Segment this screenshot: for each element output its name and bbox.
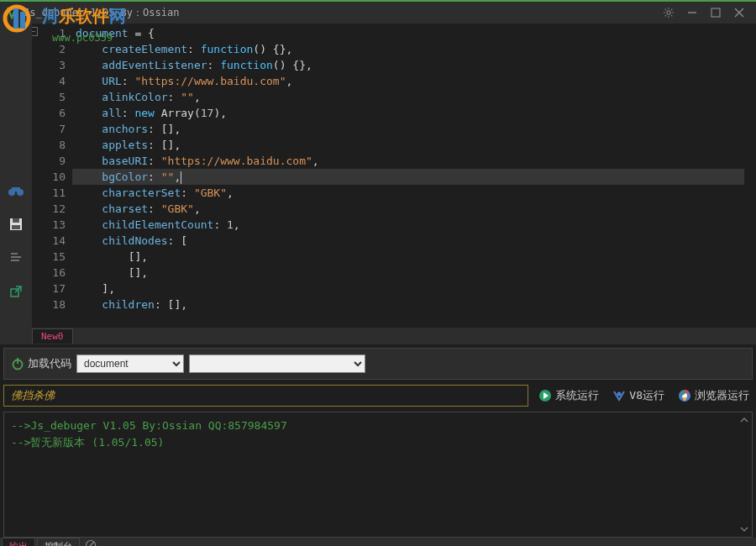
- console-tab[interactable]: 控制台: [37, 538, 80, 547]
- browser-run-button[interactable]: 浏览器运行: [675, 388, 753, 403]
- maximize-icon: [710, 7, 722, 18]
- load-code-button[interactable]: 加载代码: [11, 356, 71, 371]
- svg-rect-10: [12, 187, 20, 192]
- minimize-button[interactable]: [680, 3, 704, 23]
- chrome-icon: [678, 389, 691, 402]
- svg-line-25: [87, 542, 94, 547]
- external-button[interactable]: [5, 282, 27, 301]
- line-gutter: 1−23456789101112131415161718: [32, 24, 72, 328]
- chevron-down-icon: [740, 526, 748, 533]
- app-logo-icon: [5, 6, 18, 19]
- scroll-up-button[interactable]: [738, 414, 750, 426]
- settings-button[interactable]: [657, 3, 680, 23]
- v8-run-button[interactable]: V8运行: [609, 388, 668, 403]
- output-tab[interactable]: 输出: [2, 538, 35, 547]
- console-line: -->暂无新版本 (1.05/1.05): [11, 434, 745, 451]
- save-button[interactable]: [5, 215, 27, 234]
- gear-icon: [663, 7, 675, 18]
- binoculars-icon: [8, 184, 24, 197]
- editor-tabbar: New0: [0, 328, 756, 344]
- object-select[interactable]: document: [76, 354, 184, 373]
- titlebar: Js_debuger 1.05 By：Ossian: [0, 0, 756, 24]
- load-code-label: 加载代码: [28, 356, 71, 371]
- save-icon: [9, 218, 23, 231]
- console-line: -->Js_debuger V1.05 By:Ossian QQ:8579845…: [11, 417, 745, 434]
- svg-rect-12: [13, 218, 19, 223]
- code-area[interactable]: document = { createElement: function() {…: [72, 24, 756, 328]
- toolbar: 加载代码 document: [3, 348, 753, 380]
- sidebar: [0, 24, 32, 328]
- code-editor[interactable]: 1−23456789101112131415161718 document = …: [32, 24, 756, 328]
- close-button[interactable]: [727, 3, 751, 23]
- clear-button[interactable]: [85, 539, 97, 547]
- svg-point-21: [617, 392, 622, 396]
- svg-point-3: [667, 11, 670, 14]
- editor-tab[interactable]: New0: [32, 328, 73, 344]
- svg-rect-13: [12, 225, 20, 229]
- play-circle-icon: [538, 389, 552, 402]
- secondary-select[interactable]: [189, 354, 365, 373]
- svg-rect-5: [711, 8, 720, 17]
- maximize-button[interactable]: [704, 3, 727, 23]
- list-button[interactable]: [5, 249, 27, 267]
- external-link-icon: [9, 285, 23, 298]
- search-run-bar: 系统运行 V8运行 浏览器运行: [3, 383, 753, 408]
- expression-input[interactable]: [3, 385, 528, 407]
- scroll-down-button[interactable]: [738, 523, 750, 535]
- minimize-icon: [686, 7, 698, 18]
- chevron-up-icon: [740, 417, 748, 423]
- window-title: Js_debuger 1.05 By：Ossian: [24, 6, 657, 20]
- list-icon: [9, 252, 23, 264]
- system-run-button[interactable]: 系统运行: [535, 388, 602, 403]
- power-icon: [11, 357, 24, 370]
- binoculars-button[interactable]: [5, 181, 27, 200]
- close-icon: [733, 7, 745, 18]
- clear-icon: [85, 539, 97, 547]
- v8-icon: [612, 389, 626, 402]
- console-output[interactable]: -->Js_debuger V1.05 By:Ossian QQ:8579845…: [3, 412, 753, 538]
- bottom-tabbar: 输出 控制台: [0, 538, 756, 546]
